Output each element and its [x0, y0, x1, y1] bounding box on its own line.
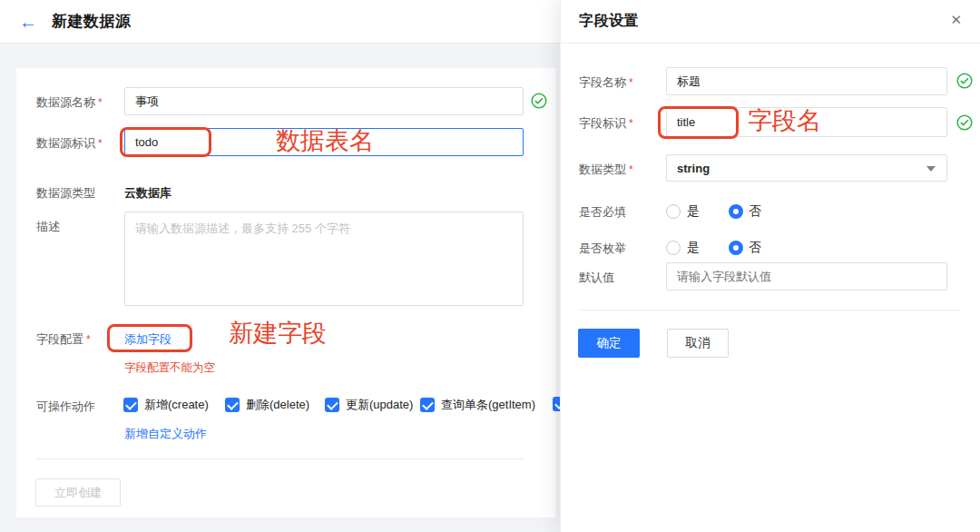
fields-config-error: 字段配置不能为空 — [124, 360, 215, 376]
close-icon[interactable]: ✕ — [950, 13, 962, 26]
radio-unselected-icon[interactable] — [666, 241, 681, 255]
required-asterisk: * — [98, 137, 103, 150]
confirm-button[interactable]: 确定 — [578, 329, 640, 358]
datasource-name-label: 数据源名称* — [36, 94, 103, 111]
datasource-page: ← 新建数据源 数据源名称* 数据源标识* 数据源类型 云数据库 描述 — [0, 0, 560, 532]
required-asterisk: * — [98, 96, 103, 109]
action-checkbox-update[interactable]: 更新(update) — [325, 397, 413, 413]
checkbox-checked-icon[interactable] — [420, 398, 435, 412]
datasource-id-label: 数据源标识* — [36, 135, 103, 152]
action-checkbox-getitem[interactable]: 查询单条(getItem) — [420, 397, 535, 413]
create-now-button[interactable]: 立即创建 — [35, 478, 121, 507]
datasource-type-label: 数据源类型 — [36, 185, 95, 202]
data-type-value: string — [677, 162, 710, 175]
radio-selected-icon[interactable] — [729, 204, 743, 219]
radio-selected-icon[interactable] — [729, 241, 743, 255]
data-type-select[interactable]: string — [666, 154, 947, 182]
drawer-title: 字段设置 — [579, 12, 639, 31]
description-textarea[interactable] — [124, 212, 524, 306]
cancel-button[interactable]: 取消 — [667, 329, 729, 358]
fields-config-label: 字段配置* — [36, 331, 91, 348]
checkbox-checked-icon[interactable] — [225, 398, 240, 412]
field-id-label: 字段标识* — [579, 115, 633, 132]
field-id-input[interactable] — [666, 107, 947, 137]
is-required-radio-group: 是 否 — [666, 203, 761, 220]
valid-check-icon — [531, 93, 547, 109]
datasource-id-input[interactable] — [124, 128, 524, 156]
page-title: 新建数据源 — [52, 11, 132, 32]
datasource-form-card: 数据源名称* 数据源标识* 数据源类型 云数据库 描述 字段配置* 添加字段 — [16, 68, 555, 517]
is-enum-label: 是否枚举 — [579, 241, 626, 257]
form-divider — [36, 458, 524, 459]
is-required-label: 是否必填 — [579, 204, 626, 221]
checkbox-checked-icon[interactable] — [325, 398, 339, 412]
required-asterisk: * — [629, 163, 633, 176]
app-window: ← 新建数据源 数据源名称* 数据源标识* 数据源类型 云数据库 描述 — [0, 0, 980, 532]
add-custom-action-link[interactable]: 新增自定义动作 — [124, 426, 207, 442]
radio-unselected-icon[interactable] — [666, 204, 681, 219]
add-field-link[interactable]: 添加字段 — [124, 331, 172, 348]
checkbox-checked-icon[interactable] — [123, 398, 138, 412]
field-name-label: 字段名称* — [579, 74, 633, 91]
chevron-down-icon — [926, 166, 936, 172]
datasource-name-input[interactable] — [124, 87, 524, 115]
valid-check-icon — [956, 73, 973, 89]
default-value-input[interactable] — [666, 262, 947, 291]
action-checkbox-create[interactable]: 新增(create) — [123, 397, 209, 413]
description-label: 描述 — [36, 219, 60, 235]
page-header: ← 新建数据源 — [0, 0, 560, 44]
required-asterisk: * — [629, 117, 633, 130]
data-type-label: 数据类型* — [579, 162, 633, 178]
actions-label: 可操作动作 — [36, 399, 95, 415]
drawer-divider — [579, 310, 961, 310]
required-asterisk: * — [86, 333, 91, 346]
action-checkbox-delete[interactable]: 删除(delete) — [225, 397, 309, 413]
drawer-header: 字段设置 ✕ — [561, 0, 980, 44]
valid-check-icon — [956, 114, 973, 131]
field-settings-drawer: 字段设置 ✕ 字段名称* 字段标识* 数据类型* string — [560, 0, 980, 532]
field-name-input[interactable] — [666, 67, 947, 95]
default-value-label: 默认值 — [579, 270, 614, 286]
is-enum-radio-group: 是 否 — [666, 240, 761, 256]
back-icon[interactable]: ← — [19, 13, 37, 31]
datasource-type-value: 云数据库 — [124, 185, 172, 202]
required-asterisk: * — [629, 76, 633, 89]
